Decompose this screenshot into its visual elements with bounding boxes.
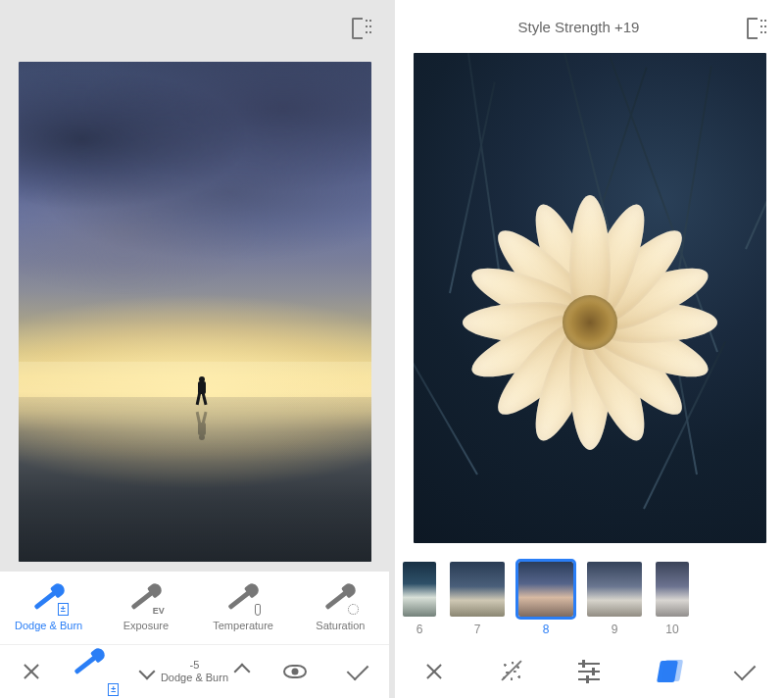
arrow-down-icon[interactable] (138, 663, 155, 679)
tool-label: Temperature (213, 620, 273, 631)
action-bar: ± -5 Dodge & Burn (0, 644, 389, 698)
cancel-button[interactable] (413, 650, 456, 693)
stepper-label: Dodge & Burn (161, 672, 228, 684)
brush-icon (323, 585, 357, 613)
brush-icon (226, 585, 260, 613)
x-icon (23, 663, 40, 680)
image-canvas[interactable] (395, 53, 784, 553)
brush-icon: EV (129, 585, 163, 613)
style-swatch (518, 562, 573, 617)
adjustment-readout: Style Strength +19 (411, 19, 747, 35)
apply-button[interactable] (723, 650, 766, 693)
cancel-button[interactable] (10, 650, 53, 693)
flower-subject (453, 185, 727, 460)
brush-tool-row: ± Dodge & Burn EV Exposure Temperature S… (0, 572, 389, 644)
brush-mode-button[interactable]: ± (73, 650, 116, 693)
style-card-icon (657, 661, 678, 682)
editor-dodge-burn-screen: ± Dodge & Burn EV Exposure Temperature S… (0, 0, 389, 698)
style-presets-strip[interactable]: 678910 (395, 553, 784, 644)
x-icon (425, 663, 443, 680)
arrow-up-icon[interactable] (234, 663, 251, 679)
style-number: 9 (612, 623, 618, 636)
mask-preview-button[interactable] (273, 650, 317, 693)
style-swatch (587, 562, 642, 617)
topbar (0, 0, 389, 52)
edited-photo (19, 62, 371, 562)
tool-saturation[interactable]: Saturation (298, 585, 382, 631)
style-preset-10[interactable]: 10 (656, 562, 689, 636)
style-preset-8[interactable]: 8 (518, 562, 573, 636)
eye-icon (283, 665, 307, 678)
action-bar (395, 645, 784, 698)
style-preset-9[interactable]: 9 (587, 562, 642, 636)
editor-styles-screen: Style Strength +19 678910 (395, 0, 784, 698)
style-number: 8 (543, 623, 550, 636)
style-swatch (403, 562, 436, 617)
edited-photo (414, 53, 766, 543)
style-number: 6 (416, 623, 423, 636)
brush-icon: ± (81, 661, 107, 682)
style-preset-7[interactable]: 7 (450, 562, 505, 636)
style-number: 10 (665, 623, 678, 636)
style-swatch (656, 562, 689, 617)
style-swatch (450, 562, 505, 617)
tool-temperature[interactable]: Temperature (201, 585, 285, 631)
intensity-stepper[interactable]: -5 Dodge & Burn (135, 650, 253, 693)
tool-label: Dodge & Burn (15, 620, 82, 631)
compare-icon[interactable] (747, 18, 768, 35)
tool-exposure[interactable]: EV Exposure (104, 585, 188, 631)
stepper-value: -5 (190, 659, 200, 672)
compare-icon[interactable] (352, 18, 373, 35)
tool-dodge-burn[interactable]: ± Dodge & Burn (7, 585, 91, 631)
brush-icon: ± (32, 585, 66, 613)
check-icon (734, 658, 757, 680)
image-canvas[interactable] (0, 52, 389, 572)
apply-button[interactable] (336, 650, 379, 693)
tool-label: Exposure (123, 620, 169, 631)
style-number: 7 (474, 623, 481, 636)
styles-button[interactable] (646, 650, 689, 693)
topbar: Style Strength +19 (395, 0, 784, 53)
style-preset-6[interactable]: 6 (403, 562, 436, 636)
sliders-icon (578, 663, 600, 680)
subject-silhouette (195, 376, 209, 406)
check-icon (347, 659, 369, 681)
tool-label: Saturation (316, 620, 365, 631)
grain-icon (501, 661, 522, 682)
adjust-button[interactable] (567, 650, 611, 693)
grain-button[interactable] (490, 650, 533, 693)
